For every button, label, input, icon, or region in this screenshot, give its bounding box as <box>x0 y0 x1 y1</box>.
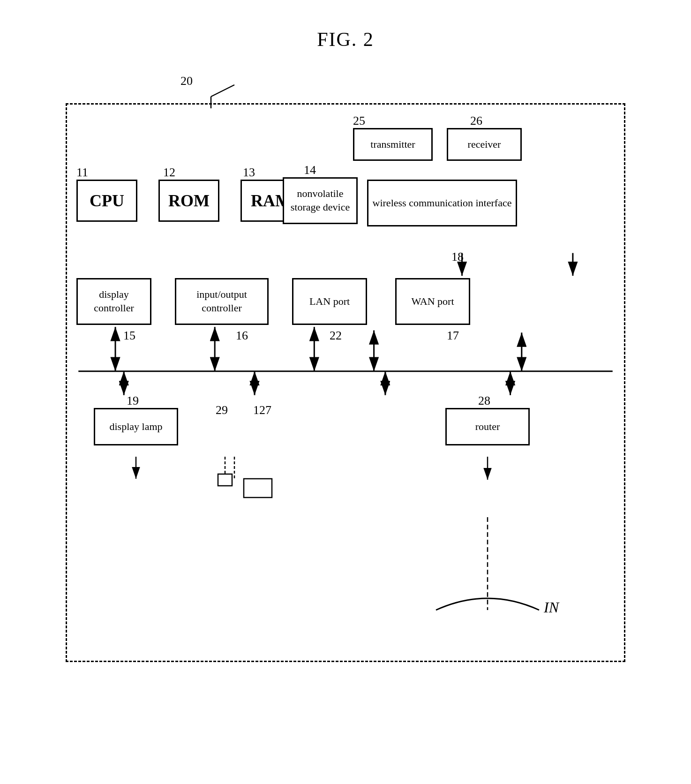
transmitter-box: transmitter <box>353 128 433 161</box>
ref-22: 22 <box>330 329 342 343</box>
receiver-box: receiver <box>447 128 522 161</box>
wan-port-box: WAN port <box>395 278 470 325</box>
ref-12: 12 <box>163 166 175 180</box>
display-ctrl-box: display controller <box>76 278 151 325</box>
ref-14: 14 <box>304 163 316 177</box>
ref-17: 17 <box>447 329 459 343</box>
ref-25: 25 <box>353 114 365 128</box>
svg-line-19 <box>211 85 234 97</box>
ref-26: 26 <box>470 114 482 128</box>
ref-18: 18 <box>451 250 464 264</box>
io-ctrl-box: input/output controller <box>175 278 269 325</box>
ref-127: 127 <box>253 403 271 417</box>
lan-port-box: LAN port <box>292 278 367 325</box>
outer-device-box: transmitter 25 receiver 26 wireless comm… <box>66 103 625 662</box>
display-lamp-box: display lamp <box>94 408 178 445</box>
rom-box: ROM <box>158 180 219 222</box>
diagram-container: 20 transmitter 25 receiver 26 wireless c… <box>38 66 653 756</box>
ref-16: 16 <box>236 329 248 343</box>
ref-19: 19 <box>127 394 139 408</box>
cpu-box: CPU <box>76 180 137 222</box>
ref-28: 28 <box>478 394 490 408</box>
wireless-comm-box: wireless communication interface <box>367 180 517 226</box>
ref-29: 29 <box>216 403 228 417</box>
ref-15: 15 <box>123 329 135 343</box>
router-box: router <box>445 408 530 445</box>
ref-20: 20 <box>180 74 193 88</box>
ref-13: 13 <box>243 166 255 180</box>
ref-11: 11 <box>76 166 88 180</box>
nonvolatile-box: nonvolatile storage device <box>283 177 358 224</box>
figure-title: FIG. 2 <box>0 0 691 51</box>
